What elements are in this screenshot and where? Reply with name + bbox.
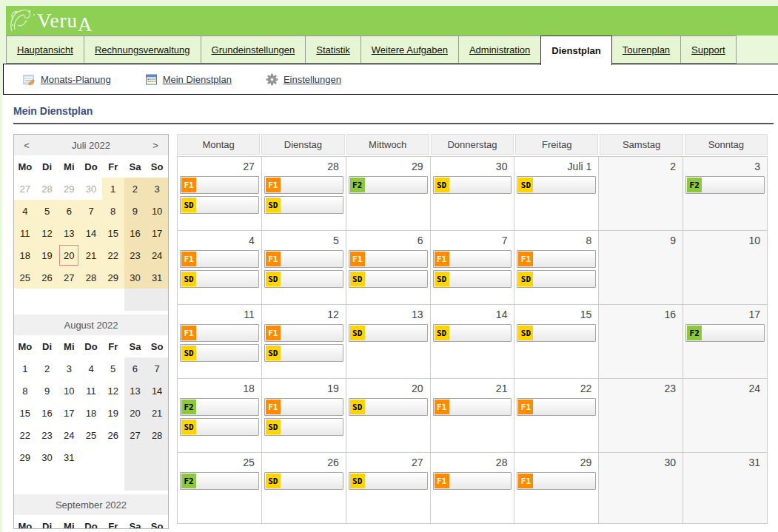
- mini-day-cell[interactable]: 30: [124, 266, 147, 289]
- mini-day-cell[interactable]: 24: [146, 244, 168, 266]
- mini-day-cell[interactable]: 9: [36, 380, 58, 402]
- mini-day-cell[interactable]: 28: [36, 178, 58, 200]
- mini-day-cell[interactable]: 4: [14, 200, 36, 222]
- mini-day-cell[interactable]: 2: [124, 178, 147, 200]
- calendar-day-cell[interactable]: 2: [599, 157, 683, 231]
- shift-entry[interactable]: SD: [264, 344, 343, 362]
- mini-day-cell[interactable]: 29: [102, 266, 124, 289]
- calendar-day-cell[interactable]: 31: [683, 453, 768, 524]
- mini-day-cell[interactable]: 25: [80, 424, 102, 446]
- mini-day-cell[interactable]: 12: [36, 222, 58, 244]
- mini-day-cell[interactable]: 17: [146, 222, 168, 244]
- calendar-day-cell[interactable]: 9: [599, 231, 683, 305]
- mini-day-cell[interactable]: 15: [102, 222, 124, 244]
- calendar-day-cell[interactable]: 24: [683, 379, 768, 453]
- shift-entry[interactable]: SD: [264, 418, 343, 436]
- mini-day-cell[interactable]: 13: [124, 380, 147, 402]
- mini-day-cell[interactable]: 9: [124, 200, 147, 222]
- calendar-day-cell[interactable]: 11F1SD: [178, 305, 262, 379]
- mini-day-cell[interactable]: 14: [146, 380, 168, 402]
- toolbar-item-einstellungen[interactable]: Einstellungen: [266, 73, 341, 86]
- mini-day-cell[interactable]: 8: [102, 200, 124, 222]
- shift-entry[interactable]: F1: [433, 398, 512, 416]
- shift-entry[interactable]: SD: [180, 270, 259, 288]
- calendar-day-cell[interactable]: 8F1SD: [514, 231, 599, 305]
- shift-entry[interactable]: SD: [433, 324, 512, 342]
- mini-day-cell[interactable]: 30: [36, 446, 58, 468]
- tab-grundeinstellungen[interactable]: Grundeinstellungen: [201, 36, 306, 64]
- shift-entry[interactable]: F2: [685, 324, 765, 342]
- mini-day-cell[interactable]: 6: [58, 200, 80, 222]
- mini-day-cell[interactable]: 18: [80, 402, 102, 424]
- shift-entry[interactable]: SD: [264, 472, 343, 490]
- mini-day-cell[interactable]: 12: [102, 380, 124, 402]
- mini-day-cell[interactable]: 22: [14, 424, 36, 446]
- mini-day-cell[interactable]: 26: [36, 266, 58, 289]
- mini-day-cell[interactable]: 28: [146, 424, 168, 446]
- mini-day-cell[interactable]: 1: [102, 178, 124, 200]
- mini-day-cell[interactable]: 3: [146, 178, 168, 200]
- calendar-day-cell[interactable]: 13SD: [346, 305, 431, 379]
- calendar-day-cell[interactable]: 5F1SD: [262, 231, 346, 305]
- mini-day-cell[interactable]: 10: [58, 380, 80, 402]
- calendar-day-cell[interactable]: 25F2: [178, 453, 262, 524]
- mini-day-cell[interactable]: 24: [58, 424, 80, 446]
- calendar-day-cell[interactable]: 30: [599, 453, 683, 524]
- shift-entry[interactable]: F1: [264, 324, 343, 342]
- shift-entry[interactable]: SD: [433, 176, 512, 194]
- calendar-day-cell[interactable]: 29F1: [514, 453, 599, 524]
- shift-entry[interactable]: SD: [264, 196, 343, 214]
- calendar-day-cell[interactable]: 18F2SD: [178, 379, 262, 453]
- shift-entry[interactable]: F2: [685, 176, 765, 194]
- mini-day-cell[interactable]: 21: [146, 402, 168, 424]
- shift-entry[interactable]: SD: [517, 324, 596, 342]
- shift-entry[interactable]: SD: [349, 270, 428, 288]
- toolbar-item-mein-dienstplan[interactable]: Mein Dienstplan: [145, 73, 232, 86]
- shift-entry[interactable]: SD: [349, 472, 428, 490]
- calendar-day-cell[interactable]: 10: [683, 231, 768, 305]
- mini-day-cell[interactable]: 31: [146, 266, 168, 289]
- shift-entry[interactable]: SD: [349, 398, 428, 416]
- shift-entry[interactable]: SD: [517, 270, 596, 288]
- tab-tourenplan[interactable]: Tourenplan: [611, 36, 681, 64]
- shift-entry[interactable]: F1: [180, 176, 259, 194]
- mini-day-cell[interactable]: 20: [124, 402, 147, 424]
- shift-entry[interactable]: F1: [349, 250, 428, 268]
- mini-day-cell[interactable]: 20: [58, 244, 80, 266]
- shift-entry[interactable]: F1: [264, 250, 343, 268]
- tab-statistik[interactable]: Statistik: [305, 36, 361, 64]
- shift-entry[interactable]: F1: [180, 324, 259, 342]
- calendar-day-cell[interactable]: 4F1SD: [178, 231, 262, 305]
- mini-day-cell[interactable]: 11: [14, 222, 36, 244]
- mini-day-cell[interactable]: 15: [14, 402, 36, 424]
- calendar-day-cell[interactable]: 15SD: [514, 305, 599, 379]
- tab-rechnungsverwaltung[interactable]: Rechnungsverwaltung: [84, 36, 201, 64]
- mini-day-cell[interactable]: 23: [124, 244, 147, 266]
- calendar-day-cell[interactable]: 7F1SD: [431, 231, 515, 305]
- mini-day-cell[interactable]: 25: [14, 266, 36, 289]
- tab-administration[interactable]: Administration: [458, 36, 541, 64]
- shift-entry[interactable]: F1: [517, 250, 596, 268]
- shift-entry[interactable]: SD: [349, 324, 428, 342]
- calendar-day-cell[interactable]: 26SD: [262, 453, 346, 524]
- calendar-day-cell[interactable]: 12F1SD: [262, 305, 346, 379]
- shift-entry[interactable]: F2: [349, 176, 428, 194]
- mini-day-cell[interactable]: 5: [36, 200, 58, 222]
- mini-day-cell[interactable]: 17: [58, 402, 80, 424]
- mini-day-cell[interactable]: 19: [36, 244, 58, 266]
- mini-day-cell[interactable]: 16: [124, 222, 147, 244]
- mini-day-cell[interactable]: 13: [58, 222, 80, 244]
- calendar-day-cell[interactable]: 28F1SD: [262, 157, 346, 231]
- calendar-day-cell[interactable]: 22F1: [514, 379, 599, 453]
- calendar-day-cell[interactable]: 17F2: [683, 305, 768, 379]
- mini-day-cell[interactable]: 1: [14, 357, 36, 380]
- mini-day-cell[interactable]: 7: [146, 357, 168, 380]
- mini-day-cell[interactable]: 7: [80, 200, 102, 222]
- shift-entry[interactable]: F2: [180, 472, 259, 490]
- mini-day-cell[interactable]: 3: [58, 357, 80, 380]
- shift-entry[interactable]: SD: [180, 418, 259, 436]
- mini-day-cell[interactable]: 29: [14, 446, 36, 468]
- tab-weitere-aufgaben[interactable]: Weitere Aufgaben: [361, 36, 459, 64]
- mini-day-cell[interactable]: 5: [102, 357, 124, 380]
- mini-day-cell[interactable]: 29: [58, 178, 80, 200]
